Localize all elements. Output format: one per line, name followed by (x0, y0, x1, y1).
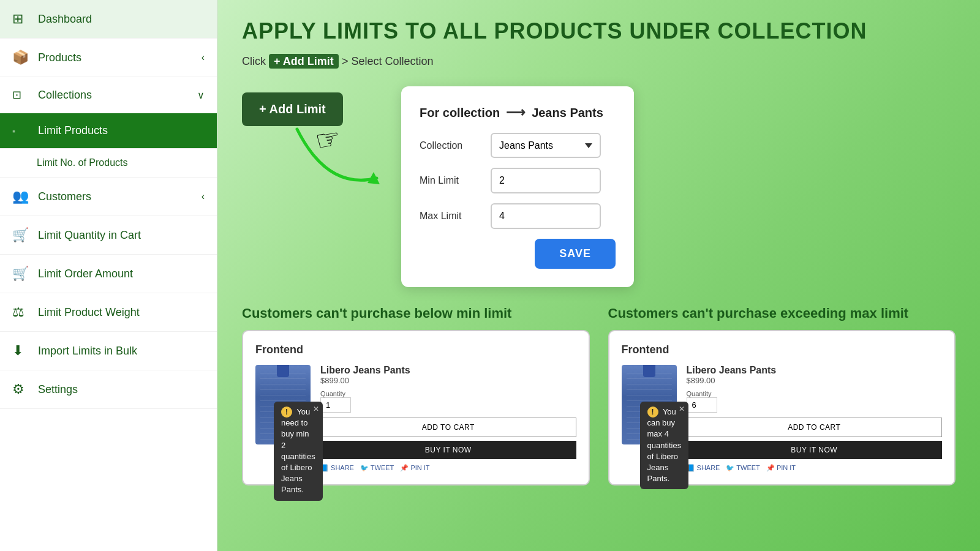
demo1-frontend-title: Frontend (255, 343, 576, 356)
demo1-tweet[interactable]: 🐦 TWEET (360, 464, 394, 472)
demo2-share-row: 📘 SHARE 🐦 TWEET 📌 PIN IT (687, 464, 943, 472)
form-header-collection: Jeans Pants (532, 106, 603, 120)
sidebar-label-settings: Settings (38, 383, 78, 396)
sidebar-item-limit-order[interactable]: 🛒 Limit Order Amount (0, 255, 217, 293)
demo2-frontend-title: Frontend (622, 343, 943, 356)
sidebar-item-products[interactable]: 📦 Products ‹ (0, 39, 217, 77)
demo1-share[interactable]: 📘 SHARE (320, 464, 354, 472)
demo2-tooltip: ✕ ! You can buy max 4 quantities of Libe… (640, 402, 689, 489)
sidebar-label-limit-quantity: Limit Quantity in Cart (38, 229, 141, 242)
cart-icon: 🛒 (12, 227, 29, 243)
demo2-add-cart-btn[interactable]: ADD TO CART (687, 418, 943, 437)
demo1-share-row: 📘 SHARE 🐦 TWEET 📌 PIN IT (320, 464, 576, 472)
subtitle-btn-label: + Add Limit (269, 54, 342, 69)
main-content: APPLY LIMITS TO ALL PRODUCTS UNDER COLLE… (217, 0, 980, 551)
demo1-frontend-card: Frontend ✕ ! You need to buy min 2 quant… (242, 330, 590, 485)
sidebar-label-collections: Collections (38, 89, 92, 102)
demo2-product-row: ✕ ! You can buy max 4 quantities of Libe… (622, 365, 943, 472)
sidebar-item-import-limits[interactable]: ⬇ Import Limits in Bulk (0, 332, 217, 370)
demo1-qty-input[interactable] (320, 397, 351, 413)
demo1-buy-now-btn[interactable]: BUY IT NOW (320, 441, 576, 459)
demo1-product-name: Libero Jeans Pants (320, 365, 576, 376)
min-limit-input[interactable] (491, 168, 601, 193)
demo1-tooltip-close[interactable]: ✕ (313, 404, 319, 414)
sidebar: ⊞ Dashboard 📦 Products ‹ ⊡ Collections ∨… (0, 0, 217, 551)
demo-min-limit: Customers can't purchase below min limit… (242, 305, 590, 485)
demo2-frontend-card: Frontend ✕ ! You can buy max 4 quantitie… (608, 330, 956, 485)
demo2-tweet[interactable]: 🐦 TWEET (726, 464, 760, 472)
collection-form-card: For collection ⟶ Jeans Pants Collection … (401, 86, 634, 287)
bottom-section: Customers can't purchase below min limit… (242, 305, 956, 485)
sidebar-label-limit-no-products: Limit No. of Products (37, 157, 128, 168)
collection-row: Collection Jeans Pants T-Shirts Shoes Ac… (420, 133, 616, 158)
weight-icon: ⚖ (12, 304, 29, 320)
sidebar-item-dashboard[interactable]: ⊞ Dashboard (0, 0, 217, 39)
warning-icon-2: ! (647, 407, 658, 418)
demo1-product-row: ✕ ! You need to buy min 2 quantities of … (255, 365, 576, 472)
demo1-qty-label: Quantity (320, 390, 576, 397)
form-header-prefix: For collection (420, 106, 500, 120)
sidebar-subitem-limit-no-products[interactable]: Limit No. of Products (0, 149, 217, 178)
sidebar-label-limit-products: Limit Products (38, 124, 108, 137)
demo1-label: Customers can't purchase below min limit (242, 305, 590, 321)
demo2-tooltip-text: You can buy max 4 quantities of Libero J… (647, 407, 682, 483)
collections-icon: ⊡ (12, 88, 29, 102)
import-icon: ⬇ (12, 343, 29, 359)
form-card-header: For collection ⟶ Jeans Pants (420, 105, 616, 121)
demo2-pin[interactable]: 📌 PIN IT (766, 464, 796, 472)
sidebar-item-customers[interactable]: 👥 Customers ‹ (0, 178, 217, 216)
min-limit-label: Min Limit (420, 175, 481, 186)
demo1-pin[interactable]: 📌 PIN IT (400, 464, 429, 472)
products-icon: 📦 (12, 50, 29, 66)
top-section: + Add Limit ☞ For collection ⟶ Jeans Pan… (242, 86, 956, 287)
arrow-right-icon: ⟶ (506, 105, 526, 121)
demo2-share[interactable]: 📘 SHARE (687, 464, 720, 472)
demo1-tooltip: ✕ ! You need to buy min 2 quantities of … (274, 402, 323, 501)
demo2-buy-now-btn[interactable]: BUY IT NOW (687, 441, 943, 459)
min-limit-row: Min Limit (420, 168, 616, 193)
customers-icon: 👥 (12, 189, 29, 204)
settings-icon: ⚙ (12, 381, 29, 397)
max-limit-input[interactable] (491, 203, 601, 229)
demo2-tooltip-close[interactable]: ✕ (679, 404, 685, 414)
warning-icon: ! (281, 407, 292, 418)
demo1-tooltip-text: You need to buy min 2 quantities of Libe… (281, 407, 315, 494)
sidebar-item-limit-quantity[interactable]: 🛒 Limit Quantity in Cart (0, 216, 217, 255)
save-button[interactable]: SAVE (535, 239, 616, 269)
subtitle-prefix: Click (242, 55, 266, 67)
order-icon: 🛒 (12, 266, 29, 282)
demo2-product-price: $899.00 (687, 376, 943, 385)
max-limit-row: Max Limit (420, 203, 616, 229)
page-title: APPLY LIMITS TO ALL PRODUCTS UNDER COLLE… (242, 18, 956, 44)
subtitle-suffix: > Select Collection (342, 55, 434, 67)
add-limit-highlight: + Add Limit (269, 54, 339, 69)
demo2-product-name: Libero Jeans Pants (687, 365, 943, 376)
demo2-qty-input[interactable] (687, 397, 717, 413)
sidebar-label-limit-weight: Limit Product Weight (38, 306, 140, 319)
chevron-left-icon: ‹ (202, 52, 205, 63)
demo1-product-price: $899.00 (320, 376, 576, 385)
curved-arrow-svg (279, 117, 401, 215)
demo2-qty-label: Quantity (687, 390, 943, 397)
chevron-down-icon: ∨ (197, 89, 205, 101)
sidebar-item-limit-weight[interactable]: ⚖ Limit Product Weight (0, 293, 217, 332)
max-limit-label: Max Limit (420, 211, 481, 222)
sidebar-label-import-limits: Import Limits in Bulk (38, 345, 137, 358)
sidebar-label-dashboard: Dashboard (38, 13, 92, 26)
button-arrow-area: + Add Limit ☞ (242, 86, 377, 126)
demo-max-limit: Customers can't purchase exceeding max l… (608, 305, 956, 485)
demo2-product-info: Libero Jeans Pants $899.00 Quantity ADD … (687, 365, 943, 472)
demo2-label: Customers can't purchase exceeding max l… (608, 305, 956, 321)
sidebar-item-collections[interactable]: ⊡ Collections ∨ (0, 77, 217, 113)
sidebar-item-settings[interactable]: ⚙ Settings (0, 370, 217, 409)
subtitle: Click + Add Limit > Select Collection (242, 55, 956, 68)
sidebar-item-limit-products[interactable]: ▪ Limit Products (0, 113, 217, 149)
demo1-add-cart-btn[interactable]: ADD TO CART (320, 418, 576, 437)
dashboard-icon: ⊞ (12, 11, 29, 27)
collection-select[interactable]: Jeans Pants T-Shirts Shoes Accessories (491, 133, 601, 158)
demo1-product-info: Libero Jeans Pants $899.00 Quantity ADD … (320, 365, 576, 472)
chevron-left-customers-icon: ‹ (202, 191, 205, 202)
sidebar-label-customers: Customers (38, 190, 91, 203)
sidebar-label-limit-order: Limit Order Amount (38, 268, 133, 280)
limit-products-icon: ▪ (12, 126, 29, 136)
